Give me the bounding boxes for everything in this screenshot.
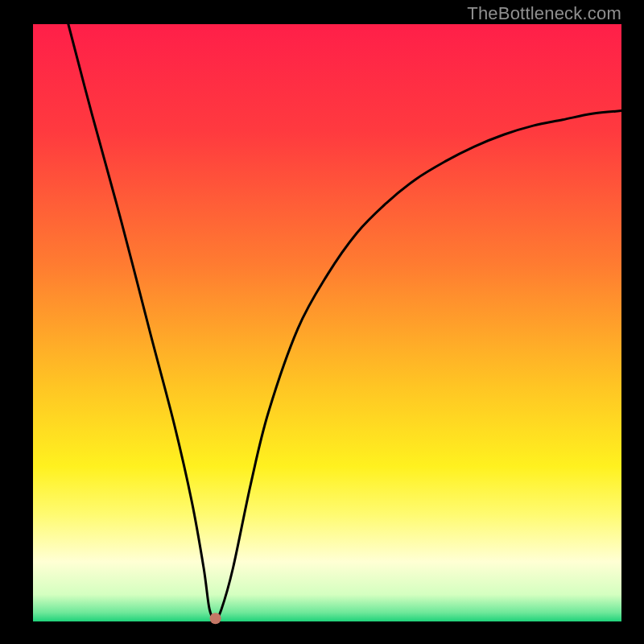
plot-background — [33, 24, 621, 621]
bottleneck-chart — [0, 0, 644, 644]
chart-stage: TheBottleneck.com — [0, 0, 644, 644]
optimal-point-marker — [210, 613, 221, 624]
